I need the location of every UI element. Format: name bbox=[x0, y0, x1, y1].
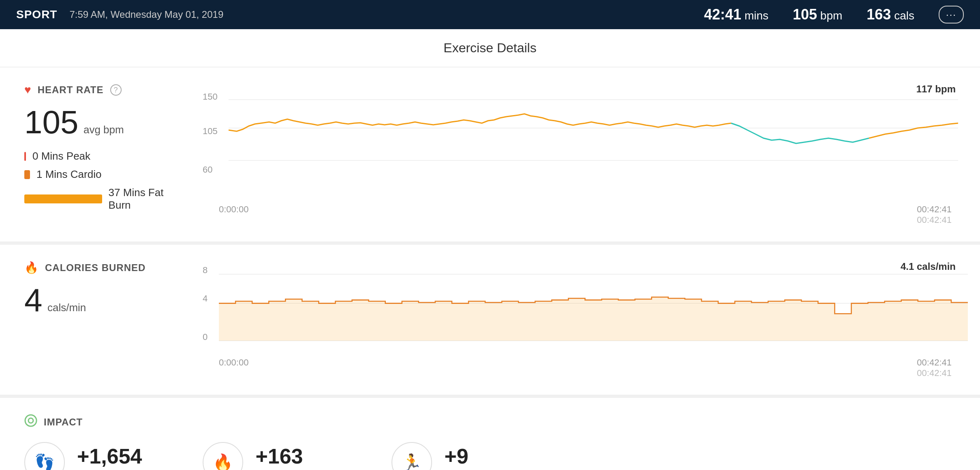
active-text: +9 of 56 active minutes bbox=[444, 444, 524, 470]
duration-value: 42:41 bbox=[704, 6, 741, 23]
heart-rate-chart-area: 117 bpm 150 105 60 0:00:00 bbox=[203, 83, 956, 225]
hr-y-60: 60 bbox=[203, 164, 212, 175]
hr-y-150: 150 bbox=[203, 92, 218, 102]
heart-rate-header: ♥ HEART RATE ? bbox=[24, 83, 178, 96]
calories-unit: cals bbox=[894, 9, 914, 22]
flame-icon: 🔥 bbox=[24, 261, 39, 274]
header-stats: 42:41 mins 105 bpm 163 cals ··· bbox=[704, 6, 964, 24]
heart-rate-svg bbox=[219, 88, 968, 201]
zone-fatburn-bar bbox=[24, 194, 102, 203]
zone-fatburn: 37 Mins Fat Burn bbox=[24, 186, 178, 212]
zone-peak-bar bbox=[24, 152, 26, 161]
heart-icon: ♥ bbox=[24, 83, 31, 96]
duration-unit: mins bbox=[745, 9, 768, 22]
heart-rate-avg-value: 105 bbox=[24, 104, 78, 140]
active-item: 🏃 +9 of 56 active minutes bbox=[392, 442, 524, 470]
cal-impact-icon: 🔥 bbox=[213, 453, 233, 470]
hr-x-end2: 00:42:41 bbox=[917, 215, 952, 225]
header: SPORT 7:59 AM, Wednesday May 01, 2019 42… bbox=[0, 0, 980, 29]
impact-header: IMPACT bbox=[24, 414, 956, 430]
steps-icon: 👣 bbox=[34, 453, 55, 470]
impact-title: IMPACT bbox=[44, 417, 83, 428]
zone-cardio-bar bbox=[24, 170, 30, 179]
calories-value: 4 bbox=[24, 282, 43, 318]
hr-peak-label: 117 bpm bbox=[916, 83, 956, 95]
cal-icon-circle: 🔥 bbox=[203, 442, 243, 470]
bpm-unit: bpm bbox=[820, 9, 842, 22]
duration-stat: 42:41 mins bbox=[704, 6, 768, 23]
heart-rate-section: ♥ HEART RATE ? 105 avg bpm 0 Mins Peak 1… bbox=[0, 67, 980, 245]
cal-y-0: 0 bbox=[203, 332, 208, 342]
calories-svg bbox=[219, 265, 968, 354]
cal-impact-text: +163 of 2,043 calories burned bbox=[255, 444, 351, 470]
active-icon: 🏃 bbox=[402, 453, 422, 470]
calories-unit: cals/min bbox=[47, 301, 86, 314]
heart-rate-info[interactable]: ? bbox=[110, 84, 122, 96]
calories-left: 🔥 CALORIES BURNED 4 cals/min bbox=[24, 261, 178, 378]
heart-rate-avg-unit: avg bpm bbox=[83, 124, 124, 136]
impact-section: IMPACT 👣 +1,654 of 13,285 steps taken 🔥 … bbox=[0, 398, 980, 470]
svg-point-8 bbox=[28, 418, 33, 423]
zone-list: 0 Mins Peak 1 Mins Cardio 37 Mins Fat Bu… bbox=[24, 150, 178, 212]
cal-peak-label: 4.1 cals/min bbox=[901, 261, 956, 272]
zone-fatburn-label: 37 Mins Fat Burn bbox=[109, 186, 178, 212]
cal-x-end2: 00:42:41 bbox=[917, 368, 952, 378]
hr-x-start: 0:00:00 bbox=[219, 204, 248, 225]
heart-rate-value-container: 105 avg bpm bbox=[24, 106, 178, 139]
calories-value-container: 4 cals/min bbox=[24, 284, 178, 316]
page-title: Exercise Details bbox=[0, 29, 980, 67]
calories-value: 163 bbox=[867, 6, 891, 23]
cal-y-8: 8 bbox=[203, 265, 208, 276]
cal-impact-value: +163 bbox=[255, 444, 351, 468]
heart-rate-title: HEART RATE bbox=[38, 84, 104, 96]
bpm-stat: 105 bpm bbox=[793, 6, 842, 23]
calories-chart-area: 4.1 cals/min 8 4 0 0:00:00 00:42:41 bbox=[203, 261, 956, 378]
hr-x-end: 00:42:41 bbox=[917, 204, 952, 215]
steps-icon-circle: 👣 bbox=[24, 442, 65, 470]
cal-impact-item: 🔥 +163 of 2,043 calories burned bbox=[203, 442, 351, 470]
active-value: +9 bbox=[444, 444, 524, 468]
zone-peak-label: 0 Mins Peak bbox=[32, 150, 90, 162]
hr-y-105: 105 bbox=[203, 126, 218, 137]
calories-header: 🔥 CALORIES BURNED bbox=[24, 261, 178, 274]
cal-y-4: 4 bbox=[203, 293, 208, 304]
sport-label: SPORT bbox=[16, 8, 57, 21]
svg-point-7 bbox=[25, 415, 36, 426]
zone-cardio-label: 1 Mins Cardio bbox=[36, 168, 101, 181]
zone-peak: 0 Mins Peak bbox=[24, 150, 178, 162]
impact-items: 👣 +1,654 of 13,285 steps taken 🔥 +163 of… bbox=[24, 442, 956, 470]
calories-section: 🔥 CALORIES BURNED 4 cals/min 4.1 cals/mi… bbox=[0, 245, 980, 398]
steps-item: 👣 +1,654 of 13,285 steps taken bbox=[24, 442, 162, 470]
steps-text: +1,654 of 13,285 steps taken bbox=[77, 444, 162, 470]
impact-icon bbox=[24, 414, 37, 430]
zone-cardio: 1 Mins Cardio bbox=[24, 168, 178, 181]
calories-stat: 163 cals bbox=[867, 6, 914, 23]
cal-x-start: 0:00:00 bbox=[219, 357, 248, 378]
steps-value: +1,654 bbox=[77, 444, 162, 468]
cal-x-end: 00:42:41 bbox=[917, 357, 952, 368]
active-icon-circle: 🏃 bbox=[392, 442, 432, 470]
more-button[interactable]: ··· bbox=[939, 6, 964, 24]
calories-title: CALORIES BURNED bbox=[45, 262, 146, 273]
header-datetime: 7:59 AM, Wednesday May 01, 2019 bbox=[69, 9, 223, 20]
bpm-value: 105 bbox=[793, 6, 817, 23]
heart-rate-left: ♥ HEART RATE ? 105 avg bpm 0 Mins Peak 1… bbox=[24, 83, 178, 225]
